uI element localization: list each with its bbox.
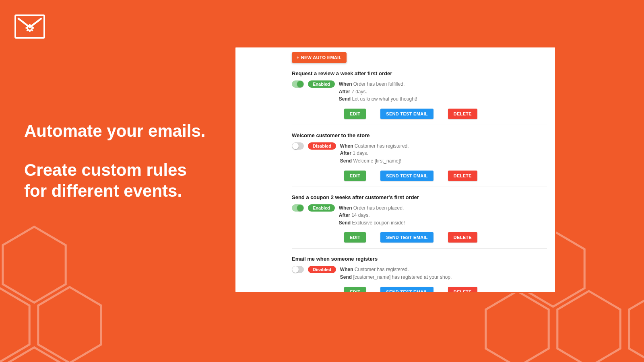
- enable-toggle[interactable]: [292, 204, 304, 212]
- rule-details: When Order has been placed.After 14 days…: [339, 204, 405, 227]
- rule-title: Request a review a week after first orde…: [292, 70, 547, 76]
- status-badge: Enabled: [308, 80, 335, 88]
- svg-marker-11: [38, 287, 101, 362]
- new-auto-email-button[interactable]: + NEW AUTO EMAIL: [292, 52, 347, 63]
- svg-line-5: [27, 25, 28, 26]
- svg-line-8: [32, 30, 33, 31]
- rule-body: EnabledWhen Order has been fulfilled.Aft…: [292, 80, 547, 103]
- rule-title: Welcome customer to the store: [292, 132, 547, 138]
- rule-actions: EDITSEND TEST EMAILDELETE: [344, 287, 547, 293]
- rule-body: DisabledWhen Customer has registered.Sen…: [292, 266, 547, 281]
- enable-toggle[interactable]: [292, 80, 304, 88]
- mail-gear-logo-icon: [14, 14, 45, 39]
- svg-marker-12: [3, 348, 66, 362]
- status-badge: Disabled: [308, 266, 336, 273]
- edit-button[interactable]: EDIT: [344, 232, 366, 243]
- auto-email-panel: + NEW AUTO EMAIL Request a review a week…: [234, 46, 556, 293]
- status-badge: Enabled: [308, 204, 335, 212]
- rule-body: DisabledWhen Customer has registered.Aft…: [292, 142, 547, 165]
- svg-marker-13: [486, 291, 549, 362]
- svg-marker-10: [0, 287, 29, 362]
- status-badge: Disabled: [308, 142, 336, 150]
- send-test-button[interactable]: SEND TEST EMAIL: [380, 232, 433, 243]
- send-test-button[interactable]: SEND TEST EMAIL: [380, 171, 433, 181]
- delete-button[interactable]: DELETE: [448, 171, 477, 181]
- svg-marker-15: [629, 291, 644, 362]
- enable-toggle[interactable]: [292, 142, 304, 150]
- enable-toggle[interactable]: [292, 266, 304, 273]
- rule-item: Send a coupon 2 weeks after customer's f…: [292, 187, 547, 249]
- rule-item: Welcome customer to the storeDisabledWhe…: [292, 125, 547, 187]
- send-test-button[interactable]: SEND TEST EMAIL: [380, 109, 433, 119]
- delete-button[interactable]: DELETE: [448, 109, 477, 119]
- svg-marker-14: [557, 291, 620, 362]
- edit-button[interactable]: EDIT: [344, 171, 366, 181]
- rule-actions: EDITSEND TEST EMAILDELETE: [344, 171, 547, 181]
- send-test-button[interactable]: SEND TEST EMAIL: [380, 287, 433, 293]
- rule-actions: EDITSEND TEST EMAILDELETE: [344, 109, 547, 119]
- rule-title: Send a coupon 2 weeks after customer's f…: [292, 194, 547, 200]
- svg-line-7: [27, 30, 28, 31]
- rule-details: When Order has been fulfilled.After 7 da…: [339, 80, 417, 103]
- new-auto-email-label: NEW AUTO EMAIL: [301, 55, 342, 60]
- rule-body: EnabledWhen Order has been placed.After …: [292, 204, 547, 227]
- svg-marker-9: [3, 227, 66, 303]
- plus-icon: +: [297, 55, 299, 60]
- rule-actions: EDITSEND TEST EMAILDELETE: [344, 232, 547, 243]
- delete-button[interactable]: DELETE: [448, 232, 477, 243]
- hero-copy: Automate your emails. Create custom rule…: [24, 121, 205, 202]
- rule-item: Email me when someone registersDisabledW…: [292, 248, 547, 293]
- edit-button[interactable]: EDIT: [344, 109, 366, 119]
- rule-title: Email me when someone registers: [292, 256, 547, 262]
- hero-line-1: Automate your emails.: [24, 121, 205, 142]
- delete-button[interactable]: DELETE: [448, 287, 477, 293]
- rule-details: When Customer has registered.Send [custo…: [340, 266, 452, 281]
- rule-item: Request a review a week after first orde…: [292, 70, 547, 125]
- svg-line-6: [32, 25, 33, 26]
- edit-button[interactable]: EDIT: [344, 287, 366, 293]
- rule-details: When Customer has registered.After 1 day…: [340, 142, 409, 165]
- hero-line-2: Create custom rules for different events…: [24, 160, 205, 202]
